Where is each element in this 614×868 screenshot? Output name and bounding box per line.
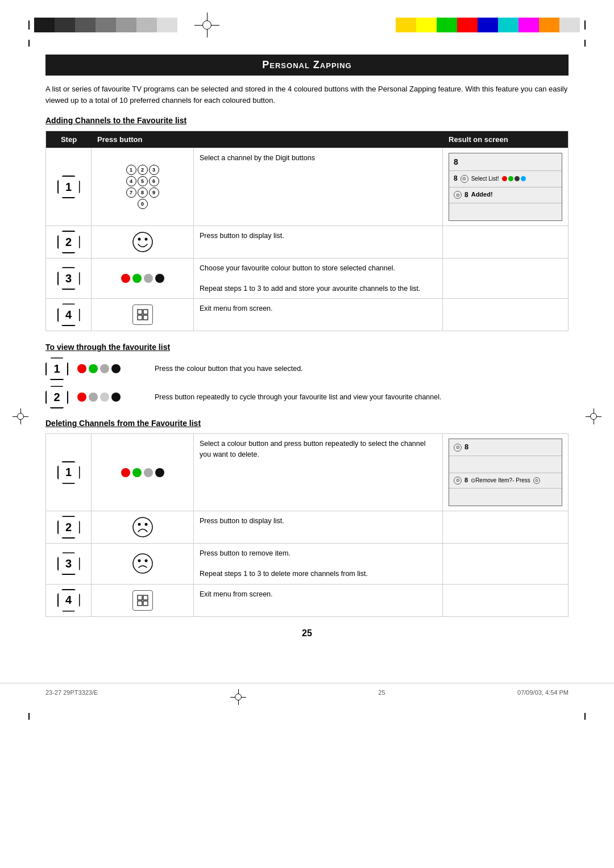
right-edge-mark [584, 40, 586, 47]
svg-point-11 [138, 560, 140, 562]
del-desc-3: Press button to remove item. Repeat step… [194, 544, 443, 583]
view-desc-2: Press button repeatedly to cycle through… [155, 392, 441, 402]
select-list-label: Select List! [471, 175, 499, 183]
adding-row-1: 1 1 2 3 4 5 6 7 8 9 0 S [46, 148, 568, 226]
view-step-1: 1 [45, 357, 68, 380]
result-1: 8 8 ⊙ Select List! [443, 148, 568, 226]
table-header: Step Press button Result on screen [46, 131, 568, 148]
smiley-happy-icon [132, 231, 154, 253]
rc-row-1: 8 [449, 153, 562, 171]
bottom-left-mark [28, 713, 30, 720]
view2-dot-black [111, 393, 121, 402]
adding-table: Step Press button Result on screen 1 1 2… [45, 131, 569, 331]
adding-row-3: 3 Choose your favourite colour button to… [46, 258, 568, 298]
crosshair-top-left [194, 12, 219, 37]
footer-page: 25 [378, 689, 385, 705]
menu-grid-icon [136, 308, 149, 321]
del-step-4: 4 [46, 585, 92, 616]
smiley-sad-icon [132, 516, 154, 538]
del-dot-green [132, 468, 142, 477]
dot-green [508, 176, 513, 181]
page-title: Personal Zapping [45, 55, 569, 76]
del-icon-1: ⊙ [454, 444, 462, 452]
svg-rect-5 [138, 315, 142, 320]
del-confirm-icon: ⊙ [533, 477, 540, 484]
del-step-1: 1 [46, 434, 92, 511]
svg-point-12 [144, 560, 147, 562]
dot-black [515, 176, 520, 181]
colour-buttons-group [121, 274, 164, 283]
del-icon-2: ⊙ [454, 477, 462, 485]
page-wrapper: Personal Zapping A list or series of fav… [0, 0, 614, 868]
digit-grid: 1 2 3 4 5 6 7 8 9 0 [126, 165, 159, 209]
col-result: Result on screen [443, 131, 568, 148]
result-box-1-2-3-4: 8 8 ⊙ Select List! [449, 153, 562, 221]
svg-rect-16 [143, 601, 148, 606]
digit-1: 1 [126, 165, 136, 175]
rc-row-4 [449, 203, 562, 220]
desc-2: Press button to display list. [194, 226, 443, 258]
colour-gray [144, 274, 153, 283]
digit-0: 0 [138, 199, 148, 209]
del-desc-1: Select a colour button and press button … [194, 434, 443, 511]
view-rows: 1 Press the colour button that you have … [45, 357, 569, 408]
svg-point-10 [133, 554, 152, 573]
svg-point-2 [144, 238, 147, 241]
bottom-right-mark [584, 713, 586, 720]
view-press-1 [77, 364, 146, 373]
select-icon: ⊙ [460, 175, 468, 183]
press-menu-adding [92, 299, 194, 331]
del-step-2: 2 [46, 511, 92, 543]
del-press-menu [92, 585, 194, 616]
colour-red [121, 274, 130, 283]
svg-rect-3 [138, 310, 142, 314]
svg-point-0 [133, 232, 152, 252]
dot-blue [521, 176, 526, 181]
rc-row-2: 8 ⊙ Select List! [449, 171, 562, 187]
del-menu-icon [132, 590, 153, 611]
svg-rect-13 [138, 595, 142, 600]
footer-date: 07/09/03, 4:54 PM [517, 689, 569, 705]
dot-red [502, 176, 507, 181]
del-result-4-empty [443, 585, 568, 616]
view-dot-red [77, 364, 86, 373]
del-press-1 [92, 434, 194, 511]
step-2-badge: 2 [46, 226, 92, 258]
right-crosshair-mid [586, 408, 601, 424]
step-4-badge: 4 [46, 299, 92, 331]
desc-4: Exit menu from screen. [194, 299, 443, 331]
view-row-2: 2 Press button repeatedly to cycle throu… [45, 386, 569, 408]
desc-3: Choose your favourite colour button to s… [194, 258, 443, 298]
desc-1: Select a channel by the Digit buttons [194, 148, 443, 226]
del-rc-row-3: ⊙ 8 ⊙Remove Item?- Press ⊙ [449, 473, 562, 489]
footer-crosshair [230, 689, 246, 705]
svg-rect-15 [138, 601, 142, 606]
adding-row-4: 4 Exit menu from screen. [46, 298, 568, 331]
main-content: Personal Zapping A list or series of fav… [0, 49, 614, 683]
step-1-badge: 1 [46, 148, 92, 226]
view-desc-1: Press the colour button that you have se… [155, 364, 303, 374]
del-rc-row-4 [449, 489, 562, 506]
view-dot-black [111, 364, 121, 373]
section-heading-adding: Adding Channels to the Favourite list [45, 116, 569, 125]
added-icon: ⊙ [454, 191, 462, 199]
digit-5: 5 [138, 176, 148, 186]
del-step-3: 3 [46, 544, 92, 583]
press-digits: 1 2 3 4 5 6 7 8 9 0 [92, 148, 194, 226]
svg-rect-6 [143, 315, 148, 320]
digit-9: 9 [149, 187, 159, 198]
step-3-badge: 3 [46, 258, 92, 298]
del-colour-buttons [121, 468, 164, 477]
del-desc-2: Press button to display list. [194, 511, 443, 543]
del-result-combined: ⊙ 8 ⊙ 8 ⊙Remove Item?- Press ⊙ [443, 434, 568, 511]
svg-point-7 [133, 518, 152, 537]
view-row-1: 1 Press the colour button that you have … [45, 357, 569, 380]
result-channel-number: 8 [454, 156, 458, 168]
rc-row-3: ⊙ 8 Added! [449, 187, 562, 203]
col-press: Press button [92, 131, 194, 148]
digit-6: 6 [149, 176, 159, 186]
del-result-2-empty [443, 511, 568, 543]
del-num-1: 8 [464, 442, 468, 453]
col-desc-header [194, 131, 443, 148]
footer-model: 23-27 29PT3323/E [45, 689, 98, 705]
